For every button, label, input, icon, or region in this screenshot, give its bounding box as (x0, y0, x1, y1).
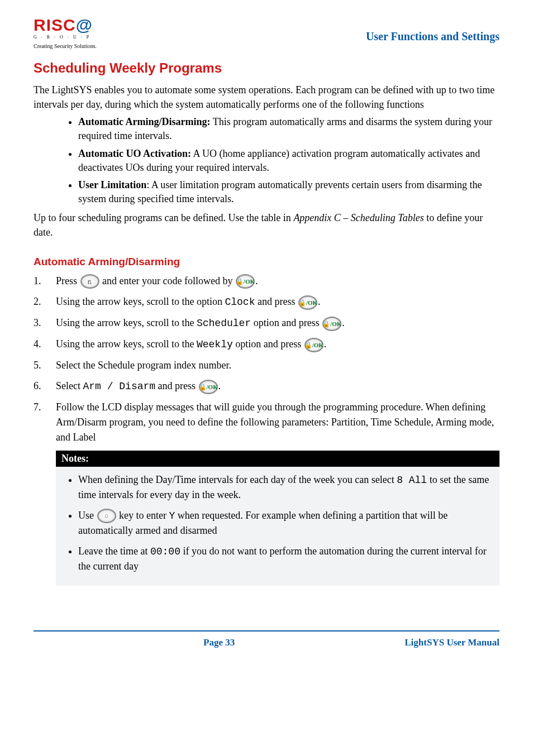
notes-heading: Notes: (56, 451, 499, 467)
logo-at-icon: @ (76, 17, 93, 34)
menu-option-arm-disarm: Arm / Disarm (83, 381, 155, 392)
text-run: Leave the time at (78, 546, 150, 557)
text-run: option and press (233, 338, 304, 350)
note-item: When defining the Day/Time intervals for… (78, 472, 492, 502)
text-run: Follow the LCD display messages that wil… (56, 400, 499, 445)
heading-auto-arm: Automatic Arming/Disarming (34, 256, 499, 268)
text-run: . (324, 338, 327, 350)
list-item: Automatic UO Activation: A UO (home appl… (78, 147, 499, 175)
notes-body: When defining the Day/Time intervals for… (56, 467, 499, 585)
note-item: Leave the time at 00:00 if you do not wa… (78, 544, 492, 573)
text-run: and enter your code followed by (100, 275, 235, 286)
intro-paragraph: The LightSYS enables you to automate som… (34, 83, 499, 112)
menu-option-clock: Clock (225, 296, 255, 308)
ok-key-icon: 🔒/OK (298, 295, 317, 310)
stay-key-icon: ⌂ (97, 509, 116, 523)
ok-key-icon: 🔒/OK (304, 338, 323, 352)
list-item: User Limitation: A user limitation progr… (78, 178, 499, 206)
step-item: Select the Schedule program index number… (34, 358, 499, 373)
text-run: and press (255, 296, 297, 307)
page-number: Page 33 (34, 637, 404, 648)
page-header: RISC@ G · R · O · U · P Creating Securit… (34, 17, 499, 49)
list-item: Automatic Arming/Disarming: This program… (78, 115, 499, 143)
text-run: Use (78, 510, 97, 521)
logo-group-text: G · R · O · U · P (34, 35, 91, 40)
text-run: When defining the Day/Time intervals for… (78, 474, 397, 485)
appendix-reference: Appendix C – Scheduling Tables (293, 212, 423, 223)
text-run: Using the arrow keys, scroll to the opti… (56, 296, 225, 307)
step-item: Follow the LCD display messages that wil… (34, 400, 499, 445)
manual-title: LightSYS User Manual (404, 637, 499, 648)
text-run: option and press (251, 317, 322, 328)
code-time-zero: 00:00 (150, 546, 180, 557)
page-footer: Page 33 LightSYS User Manual (34, 630, 499, 648)
text-run: Select the Schedule program index number… (56, 358, 499, 373)
ok-key-icon: 🔒/OK (199, 380, 218, 394)
note-item: Use ⌂ key to enter Y when requested. For… (78, 508, 492, 538)
function-list: Automatic Arming/Disarming: This program… (34, 115, 499, 206)
bullet-label: Automatic Arming/Disarming: (78, 116, 210, 127)
text-run: Using the arrow keys, scroll to the (56, 317, 197, 328)
text-run: Using the arrow keys, scroll to the (56, 338, 197, 350)
text-run: key to enter (117, 510, 169, 521)
step-item: Using the arrow keys, scroll to the Sche… (34, 315, 499, 331)
text-run: . (255, 275, 258, 286)
text-run: Press (56, 275, 80, 286)
text-run: Select (56, 380, 83, 391)
section-title: User Functions and Settings (366, 17, 499, 43)
steps-list: Press ⎌ and enter your code followed by … (34, 274, 499, 446)
text-run: . (342, 317, 345, 328)
text-run: . (318, 296, 321, 307)
heading-scheduling: Scheduling Weekly Programs (34, 60, 499, 76)
step-item: Using the arrow keys, scroll to the opti… (34, 294, 499, 310)
bullet-label: Automatic UO Activation: (78, 148, 191, 159)
menu-option-scheduler: Scheduler (197, 318, 251, 329)
logo-tagline: Creating Security Solutions. (34, 43, 97, 49)
step-item: Using the arrow keys, scroll to the Week… (34, 337, 499, 352)
logo-text: RISC (34, 16, 76, 34)
ok-key-icon: 🔒/OK (236, 274, 255, 289)
bullet-label: User Limitation (78, 179, 146, 190)
after-bullets-paragraph: Up to four scheduling programs can be de… (34, 210, 499, 240)
notes-block: Notes: When defining the Day/Time interv… (56, 451, 499, 585)
step-item: Select Arm / Disarm and press 🔒/OK. (34, 379, 499, 394)
ok-key-icon: 🔒/OK (322, 317, 341, 331)
text-run: . (218, 380, 221, 391)
text-run: and press (155, 380, 198, 391)
brand-logo: RISC@ G · R · O · U · P Creating Securit… (34, 17, 97, 49)
step-item: Press ⎌ and enter your code followed by … (34, 274, 499, 289)
text-run: Up to four scheduling programs can be de… (34, 212, 293, 223)
back-key-icon: ⎌ (80, 274, 99, 289)
menu-option-weekly: Weekly (197, 339, 233, 350)
code-y: Y (169, 510, 175, 521)
code-8-all: 8 All (397, 475, 427, 486)
